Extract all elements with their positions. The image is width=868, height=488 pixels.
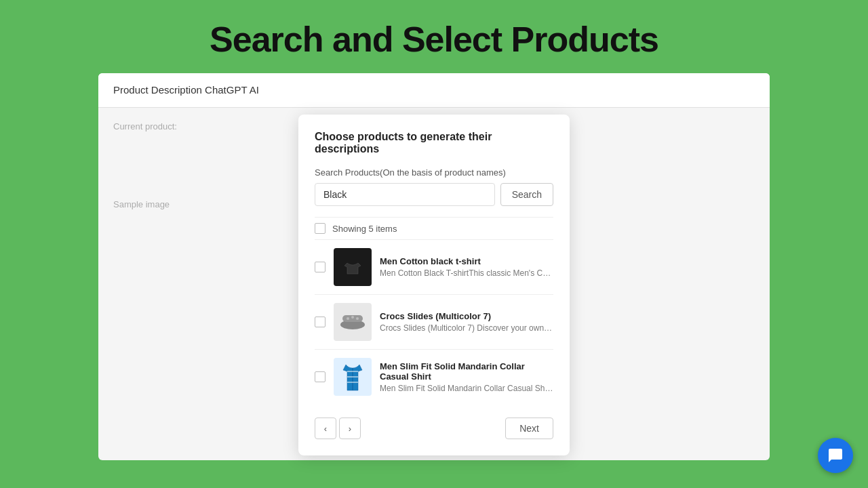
- app-title: Product Description ChatGPT AI: [113, 84, 259, 96]
- prev-page-button[interactable]: ‹: [315, 418, 336, 439]
- svg-point-6: [356, 317, 359, 320]
- product-image-3: [334, 358, 372, 396]
- next-page-button[interactable]: ›: [339, 418, 361, 439]
- product-desc-2: Crocs Slides (Multicolor 7) Discover you…: [380, 323, 553, 333]
- product-info-1: Men Cotton black t-shirt Men Cotton Blac…: [380, 256, 553, 278]
- product-desc-1: Men Cotton Black T-shirtThis classic Men…: [380, 268, 553, 278]
- product-checkbox-1[interactable]: [315, 262, 326, 272]
- svg-point-5: [351, 316, 354, 319]
- list-item: Crocs Slides (Multicolor 7) Crocs Slides…: [315, 295, 553, 350]
- product-select-modal: Choose products to generate their descri…: [298, 115, 570, 455]
- product-desc-3: Men Slim Fit Solid Mandarin Collar Casua…: [380, 384, 553, 393]
- product-image-2: [334, 303, 372, 341]
- select-all-checkbox[interactable]: [315, 223, 326, 234]
- modal-footer: ‹ › Next: [315, 407, 553, 439]
- search-label: Search Products(On the basis of product …: [315, 167, 553, 178]
- chevron-left-icon: ‹: [324, 424, 327, 434]
- app-container: Product Description ChatGPT AI Current p…: [98, 73, 770, 460]
- next-button[interactable]: Next: [505, 418, 553, 439]
- product-info-2: Crocs Slides (Multicolor 7) Crocs Slides…: [380, 311, 553, 333]
- pagination: ‹ ›: [315, 418, 361, 439]
- modal-title: Choose products to generate their descri…: [315, 131, 553, 155]
- search-input[interactable]: [315, 183, 495, 206]
- product-list: Men Cotton black t-shirt Men Cotton Blac…: [315, 240, 553, 404]
- chat-icon: [827, 447, 844, 464]
- svg-point-4: [347, 317, 349, 320]
- app-header: Product Description ChatGPT AI: [98, 73, 770, 108]
- list-item: Men Slim Fit Solid Mandarin Collar Casua…: [315, 350, 553, 404]
- modal-overlay: Choose products to generate their descri…: [98, 108, 770, 460]
- search-row: Search: [315, 183, 553, 206]
- app-body: Current product: Sample image Choose pro…: [98, 108, 770, 460]
- product-checkbox-3[interactable]: [315, 371, 326, 382]
- product-name-3: Men Slim Fit Solid Mandarin Collar Casua…: [380, 361, 553, 382]
- search-button[interactable]: Search: [500, 183, 553, 206]
- list-item: Men Cotton black t-shirt Men Cotton Blac…: [315, 240, 553, 295]
- product-name-1: Men Cotton black t-shirt: [380, 256, 553, 266]
- product-image-1: [334, 248, 372, 286]
- chat-fab-button[interactable]: [818, 438, 853, 473]
- page-heading: Search and Select Products: [0, 0, 868, 73]
- product-info-3: Men Slim Fit Solid Mandarin Collar Casua…: [380, 361, 553, 393]
- chevron-right-icon: ›: [349, 424, 351, 434]
- showing-count: Showing 5 items: [332, 224, 397, 234]
- product-name-2: Crocs Slides (Multicolor 7): [380, 311, 553, 321]
- product-checkbox-2[interactable]: [315, 317, 326, 327]
- showing-items-row: Showing 5 items: [315, 217, 553, 240]
